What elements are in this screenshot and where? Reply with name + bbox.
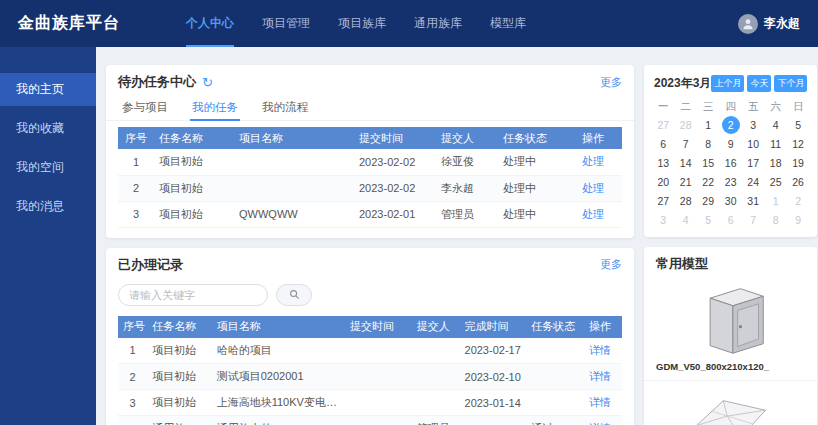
column-header: 提交人 xyxy=(412,316,460,338)
column-header: 项目名称 xyxy=(234,127,354,149)
calendar-day[interactable]: 31 xyxy=(744,192,762,210)
tab-joined-projects[interactable]: 参与项目 xyxy=(120,95,170,120)
calendar-card: 2023年3月 上个月 今天 下个月 一二三四五六日 2728123456789… xyxy=(644,65,817,237)
calendar-day[interactable]: 18 xyxy=(767,154,785,172)
todo-more-link[interactable]: 更多 xyxy=(600,75,622,90)
calendar-day[interactable]: 3 xyxy=(654,211,672,229)
calendar-day[interactable]: 7 xyxy=(744,211,762,229)
column-header: 完成时间 xyxy=(460,316,527,338)
action-link[interactable]: 详情 xyxy=(589,344,611,356)
column-header: 任务状态 xyxy=(526,316,578,338)
calendar-day[interactable]: 4 xyxy=(767,116,785,134)
calendar-day[interactable]: 30 xyxy=(722,192,740,210)
table-cell: 通用族上传 xyxy=(212,416,345,425)
calendar-day[interactable]: 6 xyxy=(722,211,740,229)
calendar-day[interactable]: 6 xyxy=(654,135,672,153)
models-card-header: 常用模型 xyxy=(644,247,817,277)
calendar-grid: 2728123456789101112131415161718192021222… xyxy=(644,115,817,237)
column-header: 提交人 xyxy=(436,127,498,149)
calendar-day[interactable]: 9 xyxy=(722,135,740,153)
sidebar-item-my-space[interactable]: 我的空间 xyxy=(0,151,96,184)
calendar-day[interactable]: 21 xyxy=(677,173,695,191)
action-link[interactable]: 处理 xyxy=(582,208,604,220)
table-cell: 1 xyxy=(118,338,147,364)
calendar-day[interactable]: 17 xyxy=(744,154,762,172)
keyword-search-input[interactable] xyxy=(118,284,268,306)
column-header: 序号 xyxy=(118,316,147,338)
calendar-day[interactable]: 5 xyxy=(789,116,807,134)
table-cell xyxy=(526,338,578,364)
done-card-title: 已办理记录 xyxy=(118,256,183,274)
column-header: 操作 xyxy=(564,127,622,149)
user-name: 李永超 xyxy=(764,15,800,32)
table-cell: 2023-01-14 xyxy=(460,416,527,425)
sidebar-item-my-home[interactable]: 我的主页 xyxy=(0,73,96,106)
model-item[interactable]: GDM_V50_800x210x120_ xyxy=(644,277,817,381)
table-cell: 详情 xyxy=(578,416,622,425)
table-cell: 处理中 xyxy=(498,149,564,175)
calendar-day[interactable]: 27 xyxy=(654,192,672,210)
nav-item-personal-center[interactable]: 个人中心 xyxy=(172,0,248,47)
table-cell: 通用族上传 xyxy=(147,416,212,425)
calendar-day[interactable]: 16 xyxy=(722,154,740,172)
calendar-day[interactable]: 27 xyxy=(654,116,672,134)
calendar-day[interactable]: 1 xyxy=(767,192,785,210)
calendar-day[interactable]: 19 xyxy=(789,154,807,172)
done-more-link[interactable]: 更多 xyxy=(600,257,622,272)
calendar-day[interactable]: 8 xyxy=(767,211,785,229)
next-month-button[interactable]: 下个月 xyxy=(774,75,807,92)
calendar-day[interactable]: 25 xyxy=(767,173,785,191)
sidebar-item-my-favorites[interactable]: 我的收藏 xyxy=(0,112,96,145)
calendar-day[interactable]: 24 xyxy=(744,173,762,191)
table-cell: 管理员 xyxy=(412,416,460,425)
nav-item-project-library[interactable]: 项目族库 xyxy=(324,0,400,47)
calendar-day[interactable]: 5 xyxy=(699,211,717,229)
search-button[interactable] xyxy=(276,284,312,306)
nav-item-project-management[interactable]: 项目管理 xyxy=(248,0,324,47)
weekday-label: 四 xyxy=(719,98,741,115)
calendar-day[interactable]: 22 xyxy=(699,173,717,191)
calendar-day[interactable]: 26 xyxy=(789,173,807,191)
action-link[interactable]: 处理 xyxy=(582,182,604,194)
app-root: 金曲族库平台 个人中心 项目管理 项目族库 通用族库 模型库 李永超 我的主页 … xyxy=(0,0,818,425)
table-cell: 详情 xyxy=(578,390,622,416)
sidebar-item-my-messages[interactable]: 我的消息 xyxy=(0,190,96,223)
todo-tabs: 参与项目 我的任务 我的流程 xyxy=(106,95,634,121)
action-link[interactable]: 详情 xyxy=(589,370,611,382)
calendar-day[interactable]: 28 xyxy=(677,116,695,134)
nav-item-common-library[interactable]: 通用族库 xyxy=(400,0,476,47)
calendar-day[interactable]: 10 xyxy=(744,135,762,153)
calendar-day[interactable]: 3 xyxy=(744,116,762,134)
tab-my-tasks[interactable]: 我的任务 xyxy=(190,95,240,121)
column-header: 任务状态 xyxy=(498,127,564,149)
table-cell: 2 xyxy=(118,364,147,390)
calendar-day[interactable]: 13 xyxy=(654,154,672,172)
refresh-icon[interactable]: ↻ xyxy=(202,76,213,89)
calendar-day[interactable]: 2 xyxy=(789,192,807,210)
calendar-day[interactable]: 1 xyxy=(699,116,717,134)
calendar-day[interactable]: 8 xyxy=(699,135,717,153)
model-item[interactable] xyxy=(644,381,817,425)
today-button[interactable]: 今天 xyxy=(747,75,771,92)
calendar-day[interactable]: 14 xyxy=(677,154,695,172)
prev-month-button[interactable]: 上个月 xyxy=(711,75,744,92)
calendar-day[interactable]: 9 xyxy=(789,211,807,229)
user-menu[interactable]: 李永超 xyxy=(738,14,800,34)
calendar-day[interactable]: 28 xyxy=(677,192,695,210)
calendar-day[interactable]: 11 xyxy=(767,135,785,153)
calendar-day[interactable]: 20 xyxy=(654,173,672,191)
calendar-day[interactable]: 2 xyxy=(722,116,740,134)
table-cell xyxy=(526,390,578,416)
todo-table-wrap: 序号任务名称项目名称提交时间提交人任务状态操作 1项目初始2023-02-02徐… xyxy=(106,121,634,238)
tab-my-workflows[interactable]: 我的流程 xyxy=(260,95,310,120)
calendar-day[interactable]: 29 xyxy=(699,192,717,210)
action-link[interactable]: 详情 xyxy=(589,396,611,408)
done-table-wrap: 序号任务名称项目名称提交时间提交人完成时间任务状态操作 1项目初始哈哈的项目20… xyxy=(106,310,634,425)
calendar-day[interactable]: 12 xyxy=(789,135,807,153)
calendar-day[interactable]: 15 xyxy=(699,154,717,172)
calendar-day[interactable]: 4 xyxy=(677,211,695,229)
calendar-day[interactable]: 7 xyxy=(677,135,695,153)
calendar-day[interactable]: 23 xyxy=(722,173,740,191)
nav-item-model-library[interactable]: 模型库 xyxy=(476,0,540,47)
action-link[interactable]: 处理 xyxy=(582,155,604,167)
